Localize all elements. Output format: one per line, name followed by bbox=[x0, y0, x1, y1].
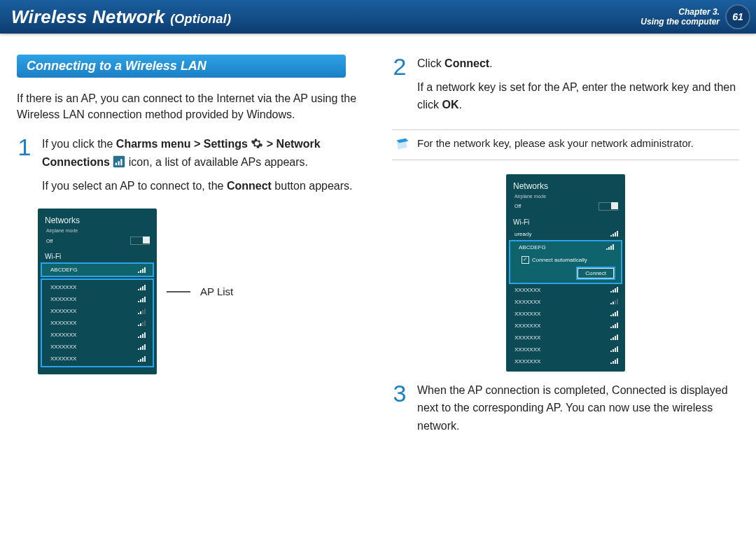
chapter-label: Chapter 3. bbox=[640, 7, 720, 17]
ap-item-selected[interactable]: ABCDEFG bbox=[510, 241, 621, 253]
signal-icon bbox=[606, 244, 614, 250]
airplane-toggle[interactable] bbox=[130, 237, 150, 245]
chapter-tagline: Using the computer bbox=[640, 17, 720, 27]
ap-name: ABCDEFG bbox=[519, 244, 546, 251]
ap-item[interactable]: XXXXXXX bbox=[42, 341, 153, 353]
panel-title: Networks bbox=[38, 216, 157, 228]
chapter-info: Chapter 3. Using the computer bbox=[640, 7, 720, 27]
signal-icon bbox=[610, 287, 618, 292]
section-heading: Connecting to a Wireless LAN bbox=[17, 55, 346, 78]
wifi-label: Wi-Fi bbox=[38, 247, 157, 262]
signal-icon bbox=[138, 297, 146, 302]
signal-icon bbox=[610, 358, 618, 364]
page-title: Wireless Network (Optional) bbox=[11, 6, 231, 28]
airplane-toggle[interactable] bbox=[598, 202, 618, 211]
ap-item[interactable]: XXXXXXX bbox=[42, 281, 153, 293]
wifi-label: Wi-Fi bbox=[506, 213, 625, 228]
ap-item[interactable]: XXXXXXX bbox=[42, 293, 153, 305]
ap-list-label: AP List bbox=[200, 285, 233, 297]
ap-item[interactable]: uready bbox=[506, 228, 625, 240]
header-right: Chapter 3. Using the computer 61 bbox=[640, 4, 750, 29]
intro-text: If there is an AP, you can connect to th… bbox=[17, 90, 364, 122]
networks-panel-1-wrap: Networks Airplane mode Off Wi-Fi ABCDEFG… bbox=[38, 209, 364, 374]
step-num-1: 1 bbox=[17, 135, 32, 200]
signal-icon bbox=[138, 267, 146, 273]
ap-item[interactable]: XXXXXXX bbox=[506, 320, 625, 332]
connect-auto-row[interactable]: ✓ Connect automatically bbox=[510, 253, 621, 268]
ap-item[interactable]: XXXXXXX bbox=[506, 332, 625, 344]
right-column: 2 Click Connect. If a network key is set… bbox=[392, 55, 739, 448]
note-icon bbox=[395, 137, 410, 153]
signal-icon bbox=[138, 320, 146, 326]
ap-item[interactable]: XXXXXXX bbox=[42, 317, 153, 329]
note-text: For the network key, please ask your net… bbox=[417, 137, 694, 149]
step-1: 1 If you click the Charms menu > Setting… bbox=[17, 135, 364, 200]
signal-icon bbox=[610, 311, 618, 316]
callout-line bbox=[167, 291, 190, 292]
signal-icon bbox=[610, 323, 618, 328]
signal-icon bbox=[138, 309, 146, 314]
ap-item[interactable]: XXXXXXX bbox=[506, 308, 625, 320]
connect-button[interactable]: Connect bbox=[578, 268, 614, 278]
signal-icon bbox=[610, 299, 618, 304]
ap-item[interactable]: XXXXXXX bbox=[506, 355, 625, 367]
signal-icon bbox=[138, 356, 146, 362]
selected-ap-block: ABCDEFG ✓ Connect automatically Connect bbox=[509, 240, 622, 284]
airplane-off: Off bbox=[514, 204, 521, 209]
signal-icon bbox=[138, 332, 146, 338]
ap-item[interactable]: XXXXXXX bbox=[42, 329, 153, 341]
title-main: Wireless Network bbox=[11, 6, 165, 27]
step-1-body: If you click the Charms menu > Settings … bbox=[42, 135, 364, 200]
checkbox-icon[interactable]: ✓ bbox=[522, 256, 529, 264]
step-3: 3 When the AP connection is completed, C… bbox=[392, 381, 739, 441]
signal-icon bbox=[138, 344, 146, 350]
network-icon bbox=[113, 155, 125, 168]
signal-icon bbox=[138, 285, 146, 290]
ap-item[interactable]: XXXXXXX bbox=[506, 344, 625, 355]
signal-icon bbox=[610, 346, 618, 352]
svg-rect-3 bbox=[121, 159, 122, 165]
page-header: Wireless Network (Optional) Chapter 3. U… bbox=[0, 0, 756, 34]
airplane-mode-label: Airplane mode bbox=[506, 194, 625, 200]
gear-icon bbox=[251, 137, 263, 150]
step-2: 2 Click Connect. If a network key is set… bbox=[392, 55, 739, 120]
panel-title: Networks bbox=[506, 181, 625, 194]
ap-item[interactable]: XXXXXXX bbox=[42, 353, 153, 365]
networks-panel-1: Networks Airplane mode Off Wi-Fi ABCDEFG… bbox=[38, 209, 157, 374]
airplane-mode-label: Airplane mode bbox=[38, 228, 157, 234]
step-num-3: 3 bbox=[392, 381, 407, 441]
ap-item[interactable]: XXXXXXX bbox=[506, 296, 625, 308]
networks-panel-2: Networks Airplane mode Off Wi-Fi uready … bbox=[506, 174, 625, 372]
ap-item[interactable]: XXXXXXX bbox=[42, 305, 153, 317]
left-column: Connecting to a Wireless LAN If there is… bbox=[17, 55, 364, 448]
step-2-body: Click Connect. If a network key is set f… bbox=[417, 55, 739, 120]
signal-icon bbox=[610, 334, 618, 340]
step-num-2: 2 bbox=[392, 55, 407, 120]
connect-auto-label: Connect automatically bbox=[532, 257, 587, 263]
title-sub: (Optional) bbox=[170, 12, 231, 26]
ap-item[interactable]: XXXXXXX bbox=[506, 284, 625, 296]
selected-ap-highlight: ABCDEFG bbox=[41, 262, 154, 277]
ap-name: uready bbox=[514, 231, 531, 237]
step-3-body: When the AP connection is completed, Con… bbox=[417, 381, 739, 441]
ap-name: ABCDEFG bbox=[50, 267, 78, 273]
note-box: For the network key, please ask your net… bbox=[392, 129, 739, 160]
ap-item-selected[interactable]: ABCDEFG bbox=[42, 264, 153, 276]
signal-icon bbox=[610, 231, 618, 237]
ap-list-highlight: XXXXXXX XXXXXXX XXXXXXX XXXXXXX XXXXXXX … bbox=[41, 278, 154, 367]
page-number: 61 bbox=[725, 4, 750, 29]
svg-rect-1 bbox=[115, 162, 117, 165]
svg-rect-2 bbox=[118, 161, 120, 165]
airplane-off: Off bbox=[46, 239, 52, 244]
